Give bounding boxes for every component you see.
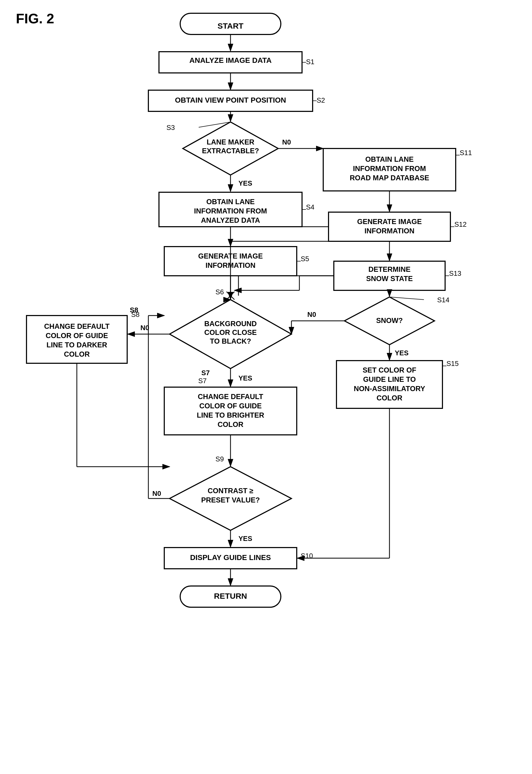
svg-text:N0: N0 [307,311,316,319]
svg-text:OBTAIN VIEW POINT POSITION: OBTAIN VIEW POINT POSITION [175,96,286,104]
svg-text:S2: S2 [317,96,325,104]
svg-text:COLOR: COLOR [218,421,243,428]
svg-text:S11: S11 [460,149,472,157]
svg-text:BACKGROUND: BACKGROUND [204,320,257,328]
svg-text:CONTRAST ≥: CONTRAST ≥ [208,487,253,495]
svg-text:N0: N0 [152,489,161,497]
svg-text:ANALYZE IMAGE DATA: ANALYZE IMAGE DATA [189,56,272,64]
svg-text:YES: YES [238,534,252,542]
svg-text:LINE TO BRIGHTER: LINE TO BRIGHTER [197,411,264,419]
svg-text:COLOR: COLOR [64,350,90,358]
svg-text:SNOW STATE: SNOW STATE [366,275,413,283]
svg-text:ANALYZED DATA: ANALYZED DATA [201,217,260,224]
svg-text:S5: S5 [301,255,309,263]
svg-text:GENERATE IMAGE: GENERATE IMAGE [357,218,422,226]
svg-text:S8: S8 [130,306,138,314]
svg-text:OBTAIN LANE: OBTAIN LANE [365,155,414,163]
svg-text:YES: YES [238,179,252,187]
svg-text:CHANGE DEFAULT: CHANGE DEFAULT [44,322,110,330]
svg-text:INFORMATION FROM: INFORMATION FROM [353,165,426,172]
svg-text:INFORMATION: INFORMATION [365,227,414,235]
svg-text:S7: S7 [198,377,207,385]
svg-text:TO BLACK?: TO BLACK? [210,337,251,345]
svg-text:EXTRACTABLE?: EXTRACTABLE? [202,147,259,155]
svg-text:YES: YES [238,374,252,382]
svg-text:S12: S12 [454,220,467,228]
svg-text:LANE MAKER: LANE MAKER [207,138,254,146]
svg-text:S4: S4 [306,203,314,211]
svg-text:S7: S7 [201,369,210,377]
svg-text:NON-ASSIMILATORY: NON-ASSIMILATORY [354,385,425,393]
svg-text:N0: N0 [282,138,291,146]
svg-text:ROAD MAP DATABASE: ROAD MAP DATABASE [350,174,429,182]
svg-text:COLOR OF GUIDE: COLOR OF GUIDE [46,332,108,340]
svg-text:S14: S14 [437,296,449,304]
svg-text:RETURN: RETURN [214,592,247,600]
svg-text:S6: S6 [215,288,224,296]
svg-text:START: START [218,21,243,30]
svg-text:S15: S15 [446,360,459,368]
svg-text:PRESET VALUE?: PRESET VALUE? [201,496,260,504]
svg-text:LINE TO DARKER: LINE TO DARKER [46,341,107,349]
svg-text:CHANGE DEFAULT: CHANGE DEFAULT [198,393,264,401]
svg-text:INFORMATION FROM: INFORMATION FROM [194,207,267,215]
svg-text:N0: N0 [140,324,149,332]
svg-text:SNOW?: SNOW? [376,317,403,325]
svg-text:OBTAIN LANE: OBTAIN LANE [206,198,255,206]
svg-text:COLOR: COLOR [376,394,402,402]
svg-text:S3: S3 [166,123,175,131]
svg-text:S9: S9 [215,455,224,463]
svg-text:DETERMINE: DETERMINE [368,266,410,273]
svg-text:DISPLAY GUIDE LINES: DISPLAY GUIDE LINES [190,553,271,561]
svg-text:COLOR OF GUIDE: COLOR OF GUIDE [199,402,262,410]
svg-text:S1: S1 [306,58,314,66]
svg-text:COLOR CLOSE: COLOR CLOSE [204,329,257,337]
svg-text:YES: YES [395,349,409,357]
svg-rect-60 [329,212,450,241]
svg-text:GUIDE LINE TO: GUIDE LINE TO [363,375,416,383]
svg-text:S13: S13 [449,270,461,277]
svg-text:SET COLOR OF: SET COLOR OF [363,366,416,374]
